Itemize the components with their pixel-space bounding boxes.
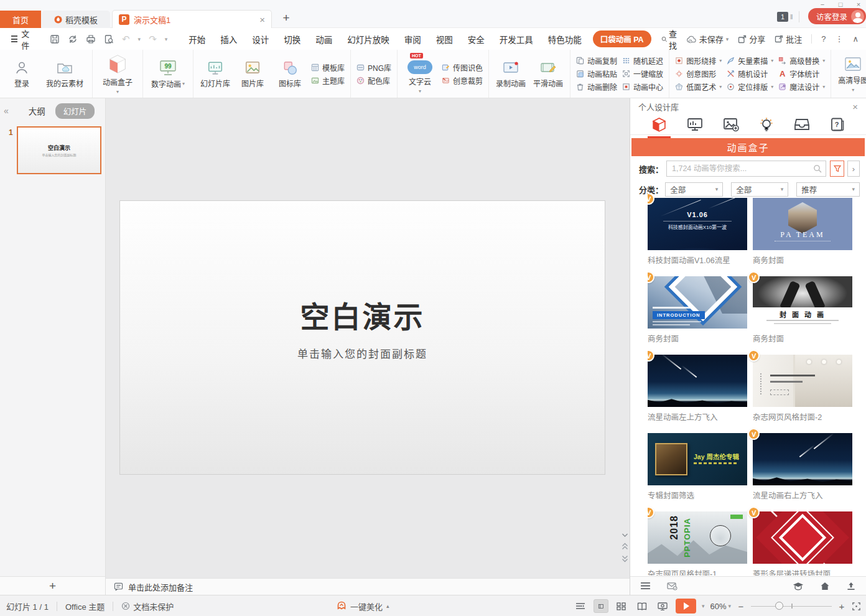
my-cloud-assets-button[interactable]: 我的云素材	[43, 58, 86, 90]
icon-library-button[interactable]: 图标库	[274, 58, 306, 90]
zoom-slider[interactable]	[751, 602, 832, 610]
theme-library-button[interactable]: 主题库	[311, 75, 345, 86]
anim-item[interactable]: V 2018 PPTOPIA 杂志网页风格封面-1	[648, 511, 747, 576]
position-layout-button[interactable]: 定位排版▾	[727, 82, 773, 93]
normal-view-button[interactable]	[594, 599, 608, 613]
share-button[interactable]: 分享	[738, 33, 765, 45]
next-slide-icon[interactable]	[622, 555, 628, 562]
slide-canvas[interactable]: 空白演示 单击输入您的封面副标题	[119, 200, 605, 475]
font-stats-button[interactable]: A 字体统计	[778, 68, 825, 80]
anim-box-button[interactable]: 动画盒子 ▾	[98, 52, 137, 96]
record-anim-button[interactable]: 录制动画	[495, 58, 527, 90]
slide-sorter-view-button[interactable]	[614, 599, 629, 613]
anim-item[interactable]: V 杂志网页风格封面-2	[753, 355, 852, 419]
anim-item[interactable]: V Jay 周杰伦专辑 专辑封面筛选	[648, 433, 747, 498]
anim-paste-button[interactable]: 动画粘贴	[576, 68, 617, 80]
minimize-button[interactable]: −	[819, 1, 826, 8]
print-preview-icon[interactable]	[104, 34, 114, 44]
home-icon[interactable]	[820, 582, 830, 590]
display-options-button[interactable]	[573, 599, 588, 613]
maximize-button[interactable]: □	[837, 1, 844, 8]
anim-thumbnail[interactable]: PA TEAM	[753, 198, 852, 250]
login-button[interactable]: 登录	[6, 58, 38, 90]
publish-icon[interactable]	[846, 582, 856, 590]
tab-close-icon[interactable]: ×	[259, 14, 265, 25]
export-icon[interactable]	[68, 34, 78, 44]
anim-thumbnail[interactable]: INTRODUCTION	[648, 276, 747, 329]
advanced-replace-button[interactable]: 高级替换▾	[778, 55, 825, 67]
anim-thumbnail[interactable]: V1.06 科技感封面动画X10第一波	[648, 198, 747, 250]
search-input[interactable]	[667, 161, 826, 176]
tab-document[interactable]: P 演示文稿1 ×	[112, 10, 272, 28]
image-library-button[interactable]: 图片库	[236, 58, 269, 90]
anim-thumbnail[interactable]	[753, 433, 852, 485]
word-cloud-button[interactable]: HOT word 文字云 ▾	[403, 53, 437, 95]
image-color-button[interactable]: 传图识色	[442, 62, 483, 73]
previous-slide-icon[interactable]	[622, 543, 628, 550]
anim-thumbnail[interactable]: 2018 PPTOPIA	[648, 511, 747, 564]
add-slide-button[interactable]: +	[49, 579, 56, 593]
random-design-button[interactable]: 随机设计	[727, 68, 773, 80]
save-icon[interactable]	[50, 34, 60, 44]
anim-box-banner[interactable]: 动画盒子	[631, 138, 865, 156]
anim-thumbnail[interactable]	[648, 355, 747, 407]
zoom-slider-handle[interactable]	[775, 602, 783, 610]
menu-icon[interactable]	[640, 582, 651, 590]
reading-view-button[interactable]	[635, 599, 650, 613]
creative-shape-button[interactable]: 创意图形	[675, 68, 722, 80]
save-status-button[interactable]: 未保存 ▾	[686, 33, 729, 45]
menu-tab-security[interactable]: 安全	[460, 29, 492, 49]
vector-sketch-button[interactable]: 矢量素描▾	[727, 55, 773, 67]
tab-slide-templates[interactable]	[684, 114, 705, 134]
anim-thumbnail[interactable]: Jay 周杰伦专辑	[648, 433, 747, 485]
menu-tab-review[interactable]: 审阅	[397, 29, 429, 49]
feedback-mail-icon[interactable]	[667, 582, 677, 590]
tutorial-icon[interactable]	[793, 582, 804, 590]
notes-bar[interactable]: 单击此处添加备注	[106, 578, 630, 595]
search-icon[interactable]	[813, 164, 822, 173]
tab-creative-ideas[interactable]	[757, 114, 776, 135]
more-options-icon[interactable]: ⋮	[835, 34, 843, 44]
anim-item[interactable]: V PA TEAM 商务封面	[753, 198, 852, 263]
anim-item[interactable]: V V1.06 科技感封面动画X10第一波 科技封面动画V1.06流星	[648, 198, 747, 263]
menu-tab-animation[interactable]: 动画	[308, 29, 340, 49]
guest-login-button[interactable]: 访客登录	[808, 8, 866, 24]
tab-my-storage[interactable]	[791, 114, 812, 134]
theme-name[interactable]: Office 主题	[65, 600, 105, 612]
panel-close-icon[interactable]: ×	[852, 101, 858, 112]
png-library-button[interactable]: PNG库	[356, 62, 391, 73]
anim-delete-button[interactable]: 动画删除	[576, 82, 617, 93]
menu-tab-pocket-animation[interactable]: 口袋动画 PA	[593, 30, 651, 47]
shape-wrap-button[interactable]: 图形绕排▾	[675, 55, 722, 67]
help-icon[interactable]: ?	[821, 34, 826, 44]
close-button[interactable]: ×	[855, 1, 862, 8]
tab-help[interactable]: ?	[827, 114, 847, 134]
menu-tab-features[interactable]: 特色功能	[541, 29, 589, 49]
document-count-indicator[interactable]: 1 ‖	[777, 12, 794, 22]
file-menu-button[interactable]: 文件	[6, 27, 37, 51]
quick-access-more-caret[interactable]: ▾	[165, 36, 168, 42]
menu-tab-design[interactable]: 设计	[244, 29, 276, 49]
one-key-scale-button[interactable]: 一键缩放	[622, 68, 663, 80]
tab-anim-box[interactable]	[649, 114, 669, 135]
comment-button[interactable]: 批注	[775, 33, 802, 45]
find-button[interactable]: 查找	[655, 27, 686, 51]
tab-home[interactable]: 首页	[0, 11, 41, 28]
slide-library-button[interactable]: 幻灯片库	[199, 58, 231, 90]
smooth-anim-button[interactable]: 平滑动画	[532, 58, 564, 90]
low-poly-button[interactable]: 低面艺术▾	[675, 82, 722, 93]
anim-copy-button[interactable]: 动画复制	[576, 55, 617, 67]
zoom-in-button[interactable]: +	[837, 601, 846, 612]
protection-status[interactable]: 文档未保护	[121, 600, 174, 612]
menu-tab-home[interactable]: 开始	[181, 29, 213, 49]
print-icon[interactable]	[86, 34, 96, 44]
menu-tab-insert[interactable]: 插入	[213, 29, 244, 49]
random-delay-button[interactable]: 随机延迟	[622, 55, 663, 67]
creative-crop-button[interactable]: 创意裁剪	[442, 75, 483, 86]
undo-icon[interactable]: ↶	[122, 34, 130, 45]
zoom-level-button[interactable]: 60% ▾	[710, 602, 731, 611]
anim-item[interactable]: V 菱形多层递进转场封面	[753, 511, 852, 576]
tab-outline[interactable]: 大纲	[29, 105, 45, 117]
search-expand-button[interactable]: ›	[847, 161, 860, 177]
slide-title-text[interactable]: 空白演示	[120, 293, 605, 336]
